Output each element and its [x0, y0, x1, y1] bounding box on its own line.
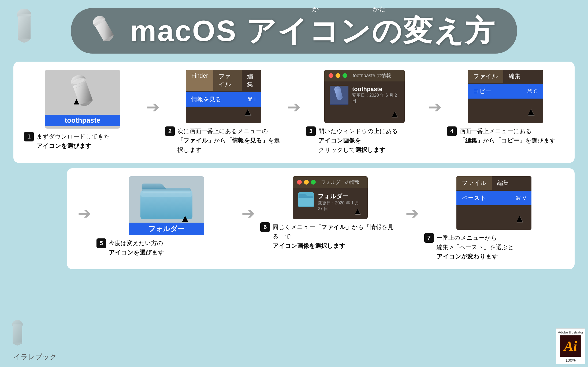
step7-menu-file: ファイル: [456, 176, 492, 190]
step7-text: 7 一番上のメニューから 編集 >「ペースト」を選ぶと アイコンが変わります: [424, 233, 564, 261]
arrow-3-4: ➔: [428, 98, 442, 116]
step1-description: まずダウンロードしてきた アイコンを選びます: [36, 132, 110, 151]
menu-item-info: 情報を見る ⌘ I: [186, 92, 261, 107]
step7-dropdown: ペースト ⌘ V: [456, 191, 531, 205]
cursor-step5: ▲: [180, 212, 191, 224]
tl-yellow-6: [304, 180, 309, 185]
step4-dropdown: コピー ⌘ C: [468, 84, 543, 99]
step2-menubar: Finder ファイル 編集: [186, 70, 261, 91]
step4-menubar: ファイル 編集: [468, 70, 543, 83]
step7-description: 一番上のメニューから 編集 >「ペースト」を選ぶと アイコンが変わります: [437, 233, 514, 261]
step-5-item: ▲ フォルダー 5 今度は変えたい方の アイコンを選びます: [96, 176, 236, 257]
ai-badge-percent: 100%: [565, 358, 576, 362]
step4-menu-file: ファイル: [468, 70, 503, 83]
step-3-item: toothpaste の情報: [306, 70, 423, 155]
step1-text: 1 まずダウンロードしてきた アイコンを選びます: [24, 132, 141, 151]
deco-toothpaste-bl: [5, 320, 29, 351]
step6-text: 6 同じくメニュー「ファイル」から「情報を見る」で アイコン画像を選択します: [260, 222, 400, 251]
arrow-2-3: ➔: [287, 98, 301, 116]
page-title: macOS アイコンの変え方: [130, 16, 496, 46]
tl-green-6: [311, 180, 316, 185]
arrow-5-6: ➔: [241, 204, 255, 223]
step1-screenshot: ▲ toothpaste: [45, 70, 120, 129]
menu-edit: 編集: [242, 70, 261, 91]
arrow-1-2: ➔: [146, 98, 160, 116]
tl-yellow: [336, 73, 340, 78]
step-7-item: ファイル 編集 ペースト ⌘ V ▲ 7 一番上のメニューから 編集 >「ペース…: [424, 176, 564, 261]
step-row-bottom: ➔: [67, 168, 575, 269]
step3-info-window: toothpaste の情報: [324, 70, 405, 123]
step4-description: 画面一番上メニューにある 「編集」から「コピー」を選びます: [459, 126, 556, 145]
step7-menu-edit: 編集: [492, 176, 514, 190]
tl-red-6: [297, 180, 302, 185]
watermark: イラレブック: [13, 352, 57, 362]
cursor-step3: ▲: [390, 108, 399, 119]
header: か かた macOS アイコンの変え方: [0, 0, 588, 59]
traffic-lights-step6: [297, 180, 316, 185]
selection-overlay: [330, 86, 348, 104]
step6-file-name: フォルダー: [318, 192, 362, 200]
step5-text: 5 今度は変えたい方の アイコンを選びます: [96, 238, 236, 257]
step6-folder-thumb: [298, 192, 314, 207]
step7-menu-item: ペースト ⌘ V: [456, 191, 531, 205]
step5-description: 今度は変えたい方の アイコンを選びます: [109, 238, 164, 257]
step3-window-title: toothpaste の情報: [353, 72, 391, 79]
svg-rect-22: [298, 198, 314, 206]
svg-rect-4: [13, 324, 22, 344]
step-6-item: フォルダーの情報 フォルダー 変更日：2020 年 1 月 27 日: [260, 176, 400, 251]
step5-folder-box: ▲ フォルダー: [129, 176, 204, 235]
cursor-step2: ▲: [242, 106, 253, 118]
step6-number: 6: [260, 222, 270, 232]
step-2-item: Finder ファイル 編集 情報を見る ⌘ I ▲ 2 次に画面一番上にあるメ…: [165, 70, 282, 155]
step3-file-info: toothpaste 変更日：2020 年 6 月 2 日: [352, 86, 399, 104]
cursor-step7: ▲: [514, 212, 525, 224]
step6-titlebar: フォルダーの情報: [293, 176, 368, 188]
step7-number: 7: [424, 233, 434, 243]
svg-rect-2: [17, 14, 31, 17]
step5-number: 5: [96, 238, 106, 248]
header-toothpaste-icon: [87, 13, 122, 48]
step2-description: 次に画面一番上にあるメニューの 「ファイル」から「情報を見る」を選択します: [177, 126, 282, 155]
step3-titlebar: toothpaste の情報: [324, 70, 405, 81]
step7-menubar: ファイル 編集: [456, 176, 531, 190]
step2-dropdown: 情報を見る ⌘ I: [186, 92, 261, 107]
step3-text: 3 開いたウィンドウの上にある アイコン画像を クリックして選択します: [306, 126, 423, 155]
menu-file: ファイル: [213, 70, 242, 91]
svg-rect-19: [140, 190, 192, 197]
step6-info-window: フォルダーの情報 フォルダー 変更日：2020 年 1 月 27 日: [293, 176, 368, 219]
step4-menu-edit: 編集: [503, 70, 526, 83]
ai-badge-icon: Ai: [560, 335, 581, 357]
tl-red: [329, 73, 333, 78]
menu-finder: Finder: [186, 70, 213, 91]
step2-text: 2 次に画面一番上にあるメニューの 「ファイル」から「情報を見る」を選択します: [165, 126, 282, 155]
step4-text: 4 画面一番上メニューにある 「編集」から「コピー」を選びます: [447, 126, 564, 145]
step4-menu-item: コピー ⌘ C: [468, 84, 543, 99]
arrow-6-7: ➔: [405, 204, 419, 223]
traffic-lights-step3: [329, 73, 347, 78]
svg-rect-1: [18, 14, 31, 40]
step3-number: 3: [306, 126, 316, 136]
deco-toothpaste-tl: [8, 8, 40, 50]
header-pill: か かた macOS アイコンの変え方: [71, 8, 517, 54]
step1-number: 1: [24, 132, 34, 141]
step6-folder-icon-small: [298, 192, 314, 207]
step3-info-content: toothpaste 変更日：2020 年 6 月 2 日: [324, 81, 405, 109]
svg-rect-20: [143, 192, 190, 193]
step4-number: 4: [447, 126, 457, 136]
step-4-item: ファイル 編集 コピー ⌘ C ▲ 4 画面一番上メニューにある 「編集」から「…: [447, 70, 564, 145]
tl-green: [343, 73, 347, 78]
cursor-step6: ▲: [353, 206, 362, 216]
step6-description: 同じくメニュー「ファイル」から「情報を見る」で アイコン画像を選択します: [273, 222, 400, 251]
svg-text:▲: ▲: [72, 96, 81, 106]
step3-file-date: 変更日：2020 年 6 月 2 日: [352, 93, 399, 104]
step6-window-title: フォルダーの情報: [321, 179, 360, 185]
step3-icon-area: [330, 86, 348, 104]
step5-folder-label: フォルダー: [129, 223, 204, 235]
main-content: ▲ toothpaste 1 まずダウンロードしてきた アイコンを選びます ➔ …: [0, 59, 588, 275]
step3-description: 開いたウィンドウの上にある アイコン画像を クリックして選択します: [318, 126, 398, 155]
cursor-step4: ▲: [526, 106, 536, 118]
step2-number: 2: [165, 126, 175, 136]
ai-badge: Adobe Illustrator Ai 100%: [556, 328, 585, 364]
ai-badge-label: Adobe Illustrator: [558, 330, 583, 334]
furigana-kata: かた: [373, 5, 386, 13]
